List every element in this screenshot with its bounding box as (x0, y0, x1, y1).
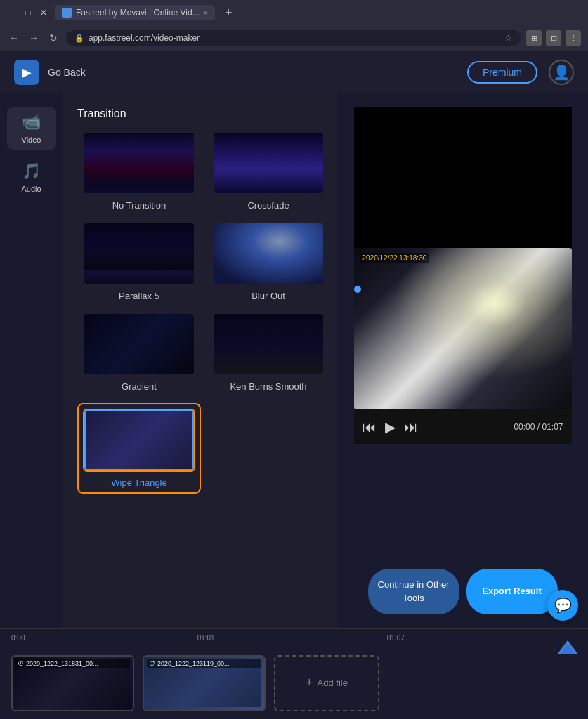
refresh-button[interactable]: ↻ (46, 32, 60, 44)
logo-icon: ▶ (22, 65, 32, 80)
lock-icon: 🔒 (74, 34, 84, 43)
premium-button[interactable]: Premium (467, 61, 537, 84)
add-icon: + (306, 675, 313, 690)
toolbar-icons: ⊞ ⊡ ⋮ (526, 30, 581, 46)
timeline-ruler: 0:00 01:01 01:07 (0, 629, 588, 646)
transition-thumb-blur-out (212, 222, 325, 285)
clip-thumb-2: ⏱ 2020_1222_123119_00... (144, 657, 264, 710)
address-bar[interactable]: 🔒 app.fastreel.com/video-maker ☆ (66, 30, 521, 46)
address-text: app.fastreel.com/video-maker (89, 33, 500, 43)
transition-blur-out[interactable]: Blur Out (212, 222, 325, 301)
transition-thumb-no-transition (83, 131, 195, 194)
profile-icon[interactable]: ⊡ (546, 30, 561, 46)
app-header: ▶ Go Back Premium 👤 (0, 51, 588, 93)
clip-label-1: ⏱ 2020_1222_131831_00... (15, 659, 130, 668)
preview-top-black (354, 107, 572, 248)
transitions-panel: Transition No Transition (63, 93, 337, 628)
ruler-mark-0: 0:00 (11, 634, 25, 642)
chat-icon: 💬 (554, 597, 572, 614)
transition-name-gradient: Gradient (122, 381, 157, 392)
browser-addressbar: ← → ↻ 🔒 app.fastreel.com/video-maker ☆ ⊞… (0, 25, 588, 51)
fastreel-small-logo (557, 640, 578, 656)
video-icon: 📹 (22, 113, 41, 131)
video-preview: 2020/12/22 13:18:30 (354, 248, 572, 409)
continue-other-tools-button[interactable]: Continue in Other Tools (368, 569, 459, 614)
timeline: 0:00 01:01 01:07 ⏱ 2020_1222_131831_00..… (0, 628, 588, 719)
window-controls: ─ □ ✕ (7, 7, 49, 18)
transition-parallax5[interactable]: Parallax 5 (77, 222, 201, 301)
transitions-grid: No Transition Crossfade Pa (77, 131, 322, 494)
go-back-button[interactable]: Go Back (48, 67, 86, 78)
timeline-clip-1[interactable]: ⏱ 2020_1222_131831_00... (11, 655, 134, 711)
sidebar-label-audio: Audio (21, 185, 41, 193)
sidebar-item-video[interactable]: 📹 Video (7, 107, 56, 150)
transition-thumb-crossfade (212, 131, 325, 194)
video-progress-dot (354, 286, 361, 293)
transition-thumb-parallax5 (83, 222, 195, 285)
thumb-image (84, 410, 194, 470)
clip-icon-1: ⏱ (18, 660, 24, 667)
video-content (354, 248, 572, 409)
continue-label: Continue in Other Tools (368, 579, 459, 604)
audio-icon: 🎵 (22, 162, 41, 180)
video-time: 00:00 / 01:07 (514, 422, 563, 432)
panel-title: Transition (77, 107, 322, 120)
export-result-button[interactable]: Export Result (466, 569, 558, 614)
bookmark-icon[interactable]: ☆ (504, 33, 512, 43)
skip-back-button[interactable]: ⏮ (362, 419, 377, 435)
transition-thumb-gradient (83, 312, 195, 376)
back-nav-button[interactable]: ← (7, 32, 21, 44)
chat-button[interactable]: 💬 (547, 590, 578, 621)
forward-nav-button[interactable]: → (27, 32, 41, 44)
settings-icon[interactable]: ⋮ (566, 30, 581, 46)
minimize-button[interactable]: ─ (7, 7, 18, 18)
user-avatar-button[interactable]: 👤 (549, 60, 574, 85)
transition-wipe-triangle[interactable]: Wipe Triangle (77, 403, 201, 494)
browser-chrome: ─ □ ✕ Fastreel by Movavi | Online Vid...… (0, 0, 588, 51)
maximize-button[interactable]: □ (22, 7, 34, 18)
thumb-image (84, 133, 194, 193)
export-label: Export Result (476, 585, 547, 598)
add-file-label: Add file (318, 678, 348, 688)
thumb-image (214, 133, 323, 193)
thumb-image (214, 314, 323, 374)
thumb-image (84, 223, 194, 284)
timeline-clip-2[interactable]: ⏱ 2020_1222_123119_00... (143, 655, 266, 711)
sidebar: 📹 Video 🎵 Audio (0, 93, 63, 628)
transition-name-ken-burns: Ken Burns Smooth (230, 381, 306, 392)
clip-icon-2: ⏱ (149, 660, 155, 667)
browser-tab[interactable]: Fastreel by Movavi | Online Vid... × (55, 5, 215, 20)
add-file-button[interactable]: + Add file (274, 655, 379, 711)
transition-name-crossfade: Crossfade (247, 200, 289, 211)
transition-name-no-transition: No Transition (112, 200, 166, 211)
timeline-tracks: ⏱ 2020_1222_131831_00... ⏱ 2020_1222_123… (0, 646, 588, 719)
transition-thumb-wipe-triangle (83, 409, 195, 472)
tab-favicon (62, 8, 72, 18)
tab-title: Fastreel by Movavi | Online Vid... (76, 8, 200, 18)
close-button[interactable]: ✕ (38, 7, 49, 18)
extensions-icon[interactable]: ⊞ (526, 30, 542, 46)
sidebar-label-video: Video (22, 136, 41, 144)
thumb-image (84, 314, 194, 374)
preview-panel: 2020/12/22 13:18:30 ⏮ ▶ ⏭ 00:00 / 01:07 … (337, 93, 588, 628)
app-logo: ▶ (14, 60, 39, 85)
transition-no-transition[interactable]: No Transition (77, 131, 201, 211)
new-tab-button[interactable]: + (221, 6, 237, 20)
sidebar-item-audio[interactable]: 🎵 Audio (7, 157, 56, 199)
transition-name-parallax5: Parallax 5 (119, 291, 159, 301)
transition-name-wipe-triangle: Wipe Triangle (111, 477, 166, 488)
clip-label-2: ⏱ 2020_1222_123119_00... (147, 659, 261, 668)
thumb-image (214, 223, 323, 284)
ruler-mark-107: 01:07 (387, 634, 405, 642)
play-button[interactable]: ▶ (385, 418, 396, 435)
tab-close-button[interactable]: × (204, 8, 208, 17)
browser-titlebar: ─ □ ✕ Fastreel by Movavi | Online Vid...… (0, 0, 588, 25)
video-timestamp: 2020/12/22 13:18:30 (360, 253, 430, 263)
action-buttons: Continue in Other Tools Export Result (344, 562, 581, 621)
skip-forward-button[interactable]: ⏭ (404, 419, 418, 435)
video-controls: ⏮ ▶ ⏭ 00:00 / 01:07 (354, 409, 572, 444)
transition-thumb-ken-burns (212, 312, 325, 376)
transition-crossfade[interactable]: Crossfade (212, 131, 325, 211)
transition-ken-burns[interactable]: Ken Burns Smooth (212, 312, 325, 392)
transition-gradient[interactable]: Gradient (77, 312, 201, 392)
